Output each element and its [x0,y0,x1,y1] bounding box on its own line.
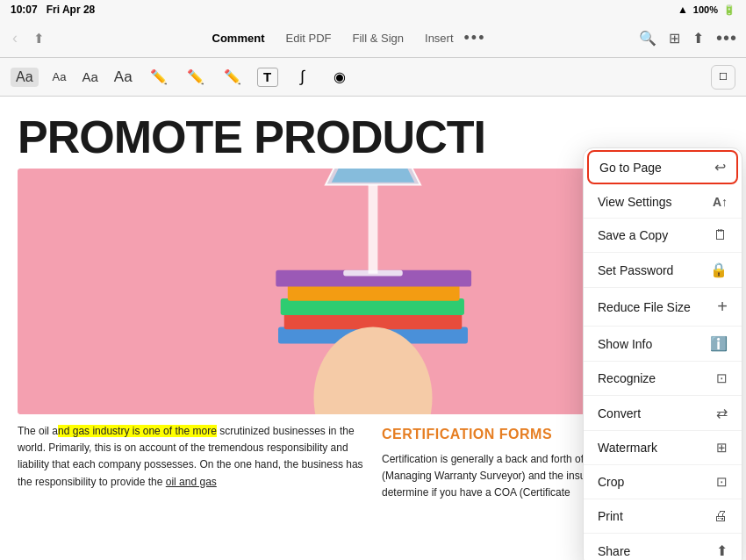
text-size-large[interactable]: Aa [112,65,134,90]
menu-item-share[interactable]: Share ⬆ [584,534,742,560]
highlighter-yellow-button[interactable]: ✏️ [183,65,208,90]
page-selector[interactable]: ☐ [711,65,735,90]
menu-item-crop[interactable]: Crop ⊡ [584,465,742,499]
toolbar-tabs: Comment Edit PDF Fill & Sign Insert ••• [202,26,486,50]
status-left: 10:07 Fri Apr 28 [11,4,95,16]
watermark-icon: ⊞ [716,440,728,456]
status-bar: 10:07 Fri Apr 28 ▲ 100% 🔋 [0,0,746,19]
menu-item-save-copy[interactable]: Save a Copy 🗒 [584,219,742,253]
menu-item-set-password[interactable]: Set Password 🔒 [584,253,742,288]
highlighter-red-button[interactable]: ✏️ [147,65,171,90]
date: Fri Apr 28 [47,4,96,16]
back-button[interactable]: ‹ [9,25,21,51]
pencil-button[interactable]: ✏️ [220,65,245,90]
svg-marker-10 [332,169,415,183]
signature-button[interactable]: ∫ [291,65,315,90]
tab-edit-pdf[interactable]: Edit PDF [275,26,341,50]
time: 10:07 [11,4,38,16]
main-content: PROMOTE PRODUCTI [0,97,746,560]
wifi-icon: ▲ [678,4,688,16]
menu-item-print[interactable]: Print 🖨 [584,499,742,534]
battery-percent: 100% [693,4,718,15]
battery-icon: 🔋 [723,4,735,16]
menu-item-reduce-file-size[interactable]: Reduce File Size + [584,288,742,327]
svg-rect-8 [343,270,403,276]
sub-toolbar: Aa Aa Aa Aa ✏️ ✏️ ✏️ T ∫ ◉ ☐ [0,58,746,97]
main-toolbar: ‹ ⬆ Comment Edit PDF Fill & Sign Insert … [0,19,746,58]
menu-item-recognize[interactable]: Recognize ⊡ [584,362,742,396]
menu-item-watermark[interactable]: Watermark ⊞ [584,431,742,465]
search-button[interactable]: 🔍 [639,30,656,47]
crop-icon: ⊡ [716,474,728,490]
sub-toolbar-left: Aa Aa Aa Aa ✏️ ✏️ ✏️ T ∫ ◉ [11,65,352,90]
more-menu-button[interactable]: ••• [716,28,737,48]
convert-icon: ⇄ [716,405,728,421]
reduce-file-size-icon: + [717,297,728,317]
toolbar-right: 🔍 ⊞ ⬆ ••• [639,28,737,48]
dropdown-menu: Go to Page ↩ View Settings A↑ Save a Cop… [583,147,742,560]
text-box-button[interactable]: T [257,68,278,87]
more-tabs-button[interactable]: ••• [464,29,486,47]
text-size-small[interactable]: Aa [51,67,68,87]
tab-comment[interactable]: Comment [202,26,276,50]
svg-rect-3 [281,298,464,315]
pdf-left-column: The oil and gas industry is one of the m… [18,423,364,501]
tab-insert[interactable]: Insert [414,26,464,50]
svg-rect-2 [284,312,463,329]
highlighted-text: nd gas industry is one of the more [58,425,217,437]
svg-rect-7 [369,185,378,274]
goto-page-icon: ↩ [714,159,726,176]
stamp-button[interactable]: ◉ [327,65,352,90]
recognize-icon: ⊡ [716,370,728,386]
share-icon: ⬆ [716,542,728,559]
print-icon: 🖨 [714,508,728,524]
set-password-icon: 🔒 [710,262,728,278]
share-button[interactable]: ⬆ [30,27,48,50]
menu-item-view-settings[interactable]: View Settings A↑ [584,186,742,219]
underline-text: oil and gas [166,476,217,488]
left-paragraph: The oil and gas industry is one of the m… [18,423,364,491]
menu-item-convert[interactable]: Convert ⇄ [584,396,742,431]
menu-item-show-info[interactable]: Show Info ℹ️ [584,327,742,362]
text-size-normal[interactable]: Aa [11,68,39,87]
status-right: ▲ 100% 🔋 [678,4,735,16]
view-settings-icon: A↑ [713,195,728,209]
show-info-icon: ℹ️ [710,335,728,352]
save-copy-icon: 🗒 [714,227,728,243]
tab-fill-sign[interactable]: Fill & Sign [342,26,415,50]
export-button[interactable]: ⬆ [692,30,704,47]
sub-toolbar-right: ☐ [711,65,735,90]
grid-button[interactable]: ⊞ [669,30,680,47]
text-size-medium[interactable]: Aa [80,66,99,88]
svg-rect-4 [288,284,460,301]
menu-item-goto-page[interactable]: Go to Page ↩ [587,150,738,184]
toolbar-left: ‹ ⬆ [9,25,48,51]
